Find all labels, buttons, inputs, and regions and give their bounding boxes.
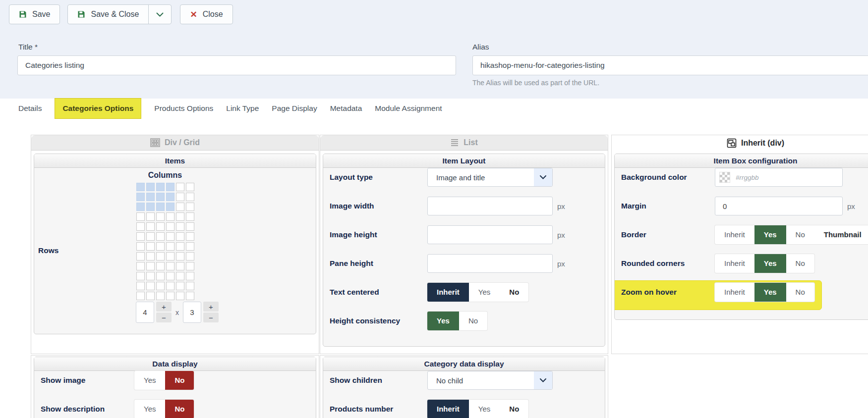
layout-type-select[interactable]: Image and title [427,168,553,187]
title-input[interactable] [17,55,456,75]
grid-cell[interactable] [186,292,194,300]
tab-products-options[interactable]: Products Options [154,104,213,113]
grid-cell[interactable] [136,212,145,221]
grid-cell[interactable] [146,262,155,270]
rows-increment-button[interactable]: + [203,302,219,312]
tab-details[interactable]: Details [18,104,42,113]
option-yes[interactable]: Yes [469,283,500,302]
grid-cell[interactable] [156,212,165,221]
option-no[interactable]: No [165,400,194,418]
grid-cell[interactable] [166,222,174,231]
grid-cell[interactable] [136,272,145,280]
grid-cell[interactable] [166,272,174,280]
grid-cell[interactable] [186,232,194,241]
grid-cell[interactable] [146,212,155,221]
option-no[interactable]: No [165,371,194,390]
grid-cell[interactable] [176,292,184,300]
grid-cell[interactable] [186,222,194,231]
grid-cell[interactable] [136,193,145,201]
columns-count-input[interactable] [136,302,154,323]
grid-cell[interactable] [176,252,184,261]
show-children-select[interactable]: No child [427,371,553,390]
tab-page-display[interactable]: Page Display [272,104,317,113]
grid-cell[interactable] [136,222,145,231]
grid-cell[interactable] [146,232,155,241]
grid-cell[interactable] [176,183,184,191]
grid-cell[interactable] [146,183,155,191]
option-yes[interactable]: Yes [754,254,786,273]
grid-cell[interactable] [146,252,155,261]
grid-cell[interactable] [146,282,155,290]
grid-cell[interactable] [156,232,165,241]
view-tab-div-grid[interactable]: Div / Grid [31,135,319,151]
grid-cell[interactable] [186,183,194,191]
tab-metadata[interactable]: Metadata [330,104,362,113]
grid-cell[interactable] [186,262,194,270]
option-inherit[interactable]: Inherit [715,283,754,302]
image-width-input[interactable] [427,197,553,215]
grid-cell[interactable] [136,242,145,251]
option-no[interactable]: No [786,254,814,273]
option-no[interactable]: No [786,225,814,244]
grid-cell[interactable] [146,292,155,300]
grid-cell[interactable] [176,193,184,201]
grid-cell[interactable] [156,183,165,191]
margin-input[interactable] [715,197,843,215]
option-inherit[interactable]: Inherit [715,225,754,244]
grid-cell[interactable] [186,272,194,280]
option-no[interactable]: No [786,283,814,302]
grid-cell[interactable] [166,232,174,241]
grid-cell[interactable] [136,203,145,211]
tab-module-assignment[interactable]: Module Assignment [375,104,442,113]
option-yes[interactable]: Yes [754,225,786,244]
grid-cell[interactable] [166,282,174,290]
alias-input[interactable] [472,55,868,75]
grid-cell[interactable] [156,282,165,290]
grid-cell[interactable] [156,222,165,231]
grid-cell[interactable] [186,242,194,251]
background-color-input[interactable]: #rrggbb [715,168,843,187]
grid-cell[interactable] [166,193,174,201]
grid-cell[interactable] [156,193,165,201]
columns-increment-button[interactable]: + [156,302,172,312]
grid-cell[interactable] [176,272,184,280]
option-no[interactable]: No [459,312,487,330]
grid-cell[interactable] [186,252,194,261]
grid-cell[interactable] [146,272,155,280]
image-height-input[interactable] [427,225,553,244]
grid-cell[interactable] [176,222,184,231]
grid-cell[interactable] [186,282,194,290]
grid-cell[interactable] [156,242,165,251]
grid-cell[interactable] [176,232,184,241]
grid-cell[interactable] [136,232,145,241]
save-options-dropdown-toggle[interactable] [148,5,171,24]
grid-cell[interactable] [176,212,184,221]
grid-cell[interactable] [146,222,155,231]
grid-cell[interactable] [136,252,145,261]
grid-cell[interactable] [166,212,174,221]
option-yes[interactable]: Yes [427,312,459,330]
grid-cell[interactable] [186,212,194,221]
option-yes[interactable]: Yes [134,400,165,418]
grid-cell[interactable] [166,183,174,191]
rows-decrement-button[interactable]: − [203,313,219,322]
save-close-button[interactable]: Save & Close [68,5,148,24]
option-yes[interactable]: Yes [134,371,165,390]
grid-cell[interactable] [146,193,155,201]
grid-cell[interactable] [156,203,165,211]
grid-cell[interactable] [166,292,174,300]
rows-count-input[interactable] [183,302,201,323]
option-inherit[interactable]: Inherit [715,254,754,273]
grid-cell[interactable] [166,252,174,261]
grid-cell[interactable] [136,282,145,290]
view-tab-inherit-div[interactable]: Inherit (div) [612,135,868,151]
grid-cell[interactable] [176,203,184,211]
view-tab-list[interactable]: List [320,135,608,151]
grid-cell[interactable] [146,242,155,251]
option-yes[interactable]: Yes [754,283,786,302]
grid-cell[interactable] [166,203,174,211]
option-inherit[interactable]: Inherit [427,283,469,302]
grid-cell[interactable] [156,292,165,300]
option-no[interactable]: No [500,283,528,302]
grid-cell[interactable] [166,262,174,270]
